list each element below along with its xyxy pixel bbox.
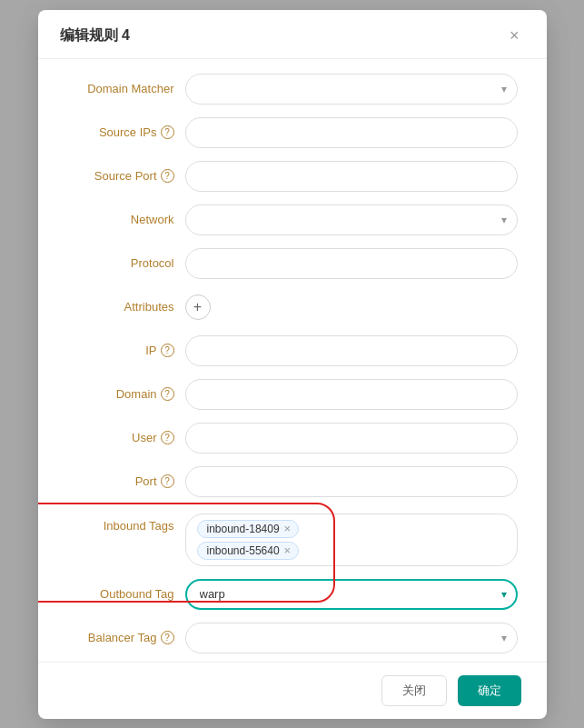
outbound-tag-label: Outbound Tag: [67, 587, 185, 601]
modal-dialog: 编辑规则 4 × Domain Matcher ▾ Source IPs ?: [38, 10, 547, 719]
network-select-wrapper: ▾: [185, 204, 518, 235]
network-select[interactable]: [185, 204, 518, 235]
domain-help-icon[interactable]: ?: [161, 387, 174, 401]
source-ips-label: Source IPs ?: [67, 125, 185, 139]
modal-overlay: 编辑规则 4 × Domain Matcher ▾ Source IPs ?: [0, 0, 584, 728]
domain-matcher-label: Domain Matcher: [67, 82, 185, 95]
balancer-tag-select-wrapper: ▾: [185, 623, 518, 653]
ip-label: IP ?: [67, 344, 185, 357]
inbound-tag-chip-1: inbound-55640 ×: [197, 542, 300, 560]
port-input[interactable]: [185, 466, 518, 497]
source-port-label: Source Port ?: [67, 169, 185, 183]
user-row: User ?: [67, 423, 518, 454]
port-row: Port ?: [67, 466, 518, 497]
source-ips-row: Source IPs ?: [67, 117, 518, 148]
domain-matcher-row: Domain Matcher ▾: [67, 74, 518, 105]
domain-label: Domain ?: [67, 387, 185, 401]
inbound-tag-label-0: inbound-18409: [207, 523, 280, 535]
ip-row: IP ?: [67, 335, 518, 366]
domain-matcher-select[interactable]: [185, 74, 518, 105]
domain-matcher-select-wrapper: ▾: [185, 74, 518, 105]
domain-row: Domain ?: [67, 379, 518, 410]
inbound-tags-label: Inbound Tags: [67, 514, 185, 533]
user-label: User ?: [67, 431, 185, 444]
close-button[interactable]: ×: [504, 25, 525, 47]
protocol-input[interactable]: [185, 248, 518, 279]
source-port-help-icon[interactable]: ?: [161, 169, 174, 183]
highlighted-section: Inbound Tags inbound-18409 × inbound-556…: [67, 510, 518, 610]
modal-title: 编辑规则 4: [60, 26, 130, 45]
inbound-tag-remove-1[interactable]: ×: [284, 544, 292, 556]
protocol-label: Protocol: [67, 256, 185, 270]
inbound-tags-row: Inbound Tags inbound-18409 × inbound-556…: [67, 510, 518, 566]
user-input[interactable]: [185, 423, 518, 454]
modal-footer: 关闭 确定: [38, 662, 547, 719]
user-help-icon[interactable]: ?: [161, 431, 174, 444]
inbound-tag-chip-0: inbound-18409 ×: [197, 520, 300, 538]
balancer-tag-select[interactable]: [185, 623, 518, 653]
modal-header: 编辑规则 4 ×: [38, 10, 547, 59]
source-port-row: Source Port ?: [67, 161, 518, 192]
attributes-row: Attributes +: [67, 292, 518, 323]
port-label: Port ?: [67, 474, 185, 488]
attributes-add-button[interactable]: +: [185, 294, 211, 320]
outbound-tag-select[interactable]: warp: [185, 579, 518, 610]
outbound-tag-row: Outbound Tag warp ▾: [67, 579, 518, 610]
source-ips-help-icon[interactable]: ?: [161, 125, 174, 139]
cancel-button[interactable]: 关闭: [381, 675, 447, 706]
ip-input[interactable]: [185, 335, 518, 366]
inbound-tags-container[interactable]: inbound-18409 × inbound-55640 ×: [185, 514, 518, 566]
balancer-tag-label: Balancer Tag ?: [67, 631, 185, 644]
source-port-input[interactable]: [185, 161, 518, 192]
network-row: Network ▾: [67, 204, 518, 235]
network-label: Network: [67, 213, 185, 226]
attributes-label: Attributes: [67, 300, 185, 314]
confirm-button[interactable]: 确定: [458, 675, 521, 706]
protocol-row: Protocol: [67, 248, 518, 279]
port-help-icon[interactable]: ?: [161, 474, 174, 488]
domain-input[interactable]: [185, 379, 518, 410]
source-ips-input[interactable]: [185, 117, 518, 148]
inbound-tag-remove-0[interactable]: ×: [284, 523, 292, 534]
ip-help-icon[interactable]: ?: [161, 344, 174, 357]
balancer-tag-help-icon[interactable]: ?: [161, 631, 174, 644]
modal-body: Domain Matcher ▾ Source IPs ? Source Por…: [38, 59, 547, 662]
inbound-tag-label-1: inbound-55640: [207, 544, 280, 557]
outbound-tag-select-wrapper: warp ▾: [185, 579, 518, 610]
balancer-tag-row: Balancer Tag ? ▾: [67, 623, 518, 653]
